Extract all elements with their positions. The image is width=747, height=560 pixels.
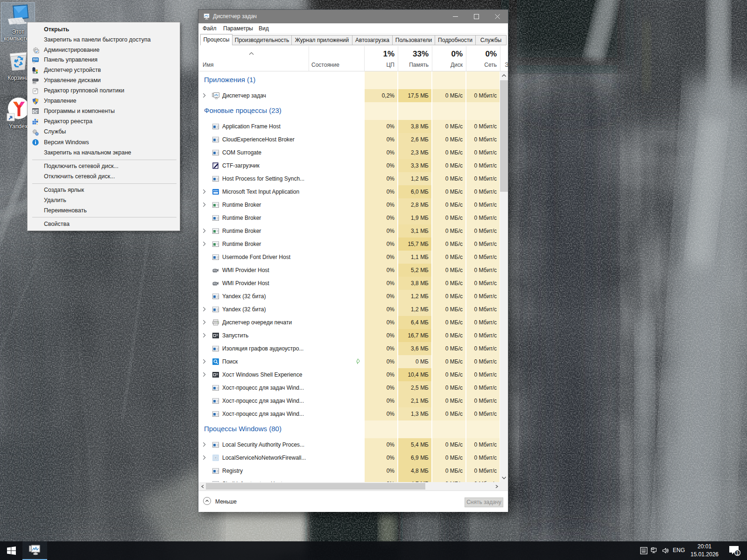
svg-text:1: 1: [736, 550, 739, 556]
